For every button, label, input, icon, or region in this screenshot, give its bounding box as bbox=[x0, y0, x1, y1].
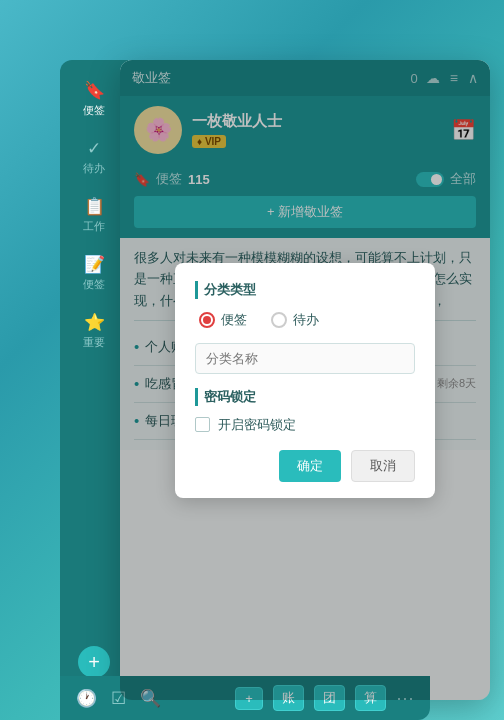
radio-label-sticker: 便签 bbox=[221, 311, 247, 329]
plus-icon: + bbox=[88, 651, 100, 674]
radio-sticker[interactable]: 便签 bbox=[199, 311, 247, 329]
password-lock-checkbox[interactable] bbox=[195, 417, 210, 432]
confirm-button[interactable]: 确定 bbox=[279, 450, 341, 482]
clock-icon[interactable]: 🕐 bbox=[76, 688, 97, 709]
sidebar-item-todo[interactable]: ✓ 待办 bbox=[60, 130, 128, 184]
modal-section-title2: 密码锁定 bbox=[195, 388, 415, 406]
sidebar-item-important[interactable]: ⭐ 重要 bbox=[60, 304, 128, 358]
radio-circle-sticker bbox=[199, 312, 215, 328]
todo-icon: ✓ bbox=[87, 138, 101, 159]
sidebar-item-label2: 待办 bbox=[83, 161, 105, 176]
modal-overlay: 分类类型 便签 待办 密码锁定 开启密码锁定 确定 取消 bbox=[120, 60, 490, 700]
sidebar: 🔖 便签 ✓ 待办 📋 工作 📝 便签 ⭐ 重要 + bbox=[60, 60, 128, 700]
radio-todo[interactable]: 待办 bbox=[271, 311, 319, 329]
star-icon: ⭐ bbox=[84, 312, 105, 333]
sidebar-item-sticker[interactable]: 🔖 便签 bbox=[60, 72, 128, 126]
modal-radio-group: 便签 待办 bbox=[195, 311, 415, 329]
sidebar-item-label5: 重要 bbox=[83, 335, 105, 350]
modal-dialog: 分类类型 便签 待办 密码锁定 开启密码锁定 确定 取消 bbox=[175, 263, 435, 498]
sidebar-item-work[interactable]: 📋 工作 bbox=[60, 188, 128, 242]
radio-circle-todo bbox=[271, 312, 287, 328]
sticker-icon: 🔖 bbox=[84, 80, 105, 101]
work-icon: 📋 bbox=[84, 196, 105, 217]
sidebar-item-note[interactable]: 📝 便签 bbox=[60, 246, 128, 300]
password-lock-row: 开启密码锁定 bbox=[195, 416, 415, 434]
radio-label-todo: 待办 bbox=[293, 311, 319, 329]
modal-section-title1: 分类类型 bbox=[195, 281, 415, 299]
app-window: 敬业签 0 ☁ ≡ ∧ 🌸 一枚敬业人士 ♦ VIP 📅 🔖 便签 115 全部 bbox=[120, 60, 490, 700]
cancel-button[interactable]: 取消 bbox=[351, 450, 415, 482]
sidebar-add-button[interactable]: + bbox=[78, 646, 110, 678]
sidebar-item-label4: 便签 bbox=[83, 277, 105, 292]
sidebar-item-label3: 工作 bbox=[83, 219, 105, 234]
sidebar-item-label: 便签 bbox=[83, 103, 105, 118]
modal-buttons: 确定 取消 bbox=[195, 450, 415, 482]
category-name-input[interactable] bbox=[195, 343, 415, 374]
password-lock-label: 开启密码锁定 bbox=[218, 416, 296, 434]
note-icon: 📝 bbox=[84, 254, 105, 275]
